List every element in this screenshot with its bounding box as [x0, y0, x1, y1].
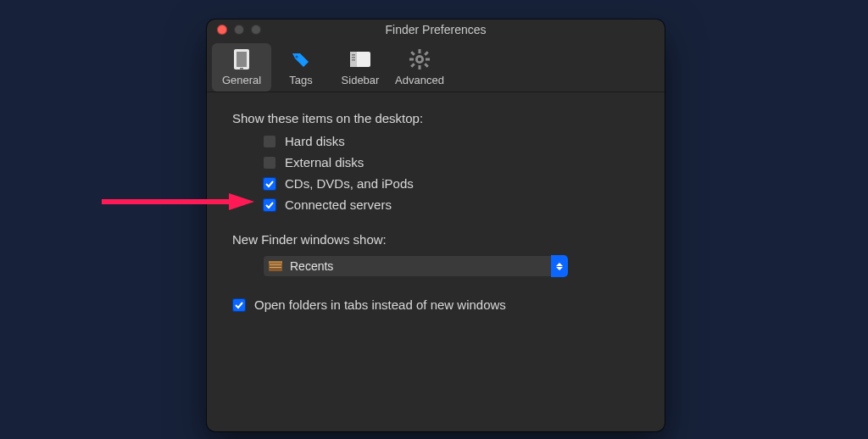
window-title: Finder Preferences — [207, 23, 665, 36]
checkbox-icon — [263, 135, 276, 148]
close-button[interactable] — [217, 25, 227, 35]
check-label: Connected servers — [285, 197, 392, 212]
svg-rect-22 — [270, 267, 281, 268]
preferences-content: Show these items on the desktop: Hard di… — [207, 92, 665, 327]
tab-label: General — [222, 74, 261, 86]
checkbox-icon — [232, 298, 246, 312]
sidebar-icon — [348, 47, 373, 72]
check-label: CDs, DVDs, and iPods — [285, 176, 414, 191]
svg-rect-17 — [410, 63, 415, 68]
tab-label: Tags — [289, 74, 312, 86]
check-label: External disks — [285, 155, 364, 169]
svg-rect-2 — [240, 68, 243, 69]
new-finder-windows-label: New Finder windows show: — [232, 232, 643, 247]
general-icon — [229, 47, 254, 72]
checkbox-icon — [263, 177, 276, 191]
check-external-disks[interactable]: External disks — [263, 155, 643, 169]
tab-tags[interactable]: Tags — [271, 43, 331, 92]
preferences-toolbar: General Tags Sidebar Advanced — [207, 40, 665, 92]
svg-rect-1 — [236, 52, 247, 67]
svg-rect-16 — [424, 51, 429, 56]
check-open-in-tabs[interactable]: Open folders in tabs instead of new wind… — [232, 297, 643, 312]
check-label: Hard disks — [285, 134, 345, 148]
minimize-button[interactable] — [234, 25, 244, 35]
svg-rect-11 — [419, 65, 421, 69]
svg-rect-20 — [269, 261, 282, 264]
tab-sidebar[interactable]: Sidebar — [331, 43, 390, 92]
window-controls — [207, 25, 261, 35]
recents-icon — [266, 257, 285, 275]
desktop-items-label: Show these items on the desktop: — [232, 111, 643, 125]
desktop-items-group: Hard disks External disks CDs, DVDs, and… — [263, 134, 643, 212]
check-label: Open folders in tabs instead of new wind… — [254, 297, 506, 312]
svg-point-18 — [418, 58, 421, 61]
svg-rect-7 — [352, 57, 355, 58]
svg-rect-12 — [409, 58, 414, 61]
tab-label: Sidebar — [342, 74, 380, 86]
tab-advanced[interactable]: Advanced — [390, 43, 449, 92]
svg-rect-6 — [352, 54, 355, 56]
tab-general[interactable]: General — [212, 43, 271, 92]
tag-icon — [288, 47, 314, 72]
checkbox-icon — [263, 198, 276, 212]
finder-preferences-window: Finder Preferences General Tags Sidebar … — [207, 19, 665, 431]
svg-rect-10 — [419, 49, 421, 53]
check-cds-dvds-ipods[interactable]: CDs, DVDs, and iPods — [263, 176, 643, 191]
svg-point-3 — [295, 55, 298, 58]
titlebar: Finder Preferences — [207, 19, 665, 40]
maximize-button[interactable] — [251, 25, 261, 35]
new-finder-windows-select[interactable]: Recents — [263, 255, 568, 277]
check-connected-servers[interactable]: Connected servers — [263, 197, 643, 212]
select-value: Recents — [290, 259, 551, 273]
check-hard-disks[interactable]: Hard disks — [263, 134, 643, 148]
svg-rect-13 — [426, 58, 430, 61]
tab-label: Advanced — [395, 74, 444, 86]
chevron-up-down-icon — [551, 255, 568, 277]
svg-rect-14 — [410, 51, 415, 56]
svg-rect-21 — [270, 264, 281, 265]
svg-rect-8 — [352, 59, 355, 61]
svg-rect-15 — [424, 63, 429, 68]
checkbox-icon — [263, 156, 276, 169]
gear-icon — [407, 47, 432, 72]
